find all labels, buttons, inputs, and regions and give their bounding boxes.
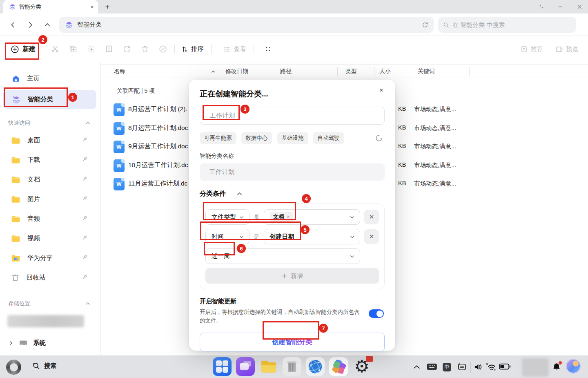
file-name: 9月运营工作计划.doc bbox=[128, 142, 188, 151]
search-box[interactable] bbox=[438, 17, 576, 33]
condition-is-label: 是 bbox=[254, 213, 260, 221]
tag-chip[interactable]: 数据中心 bbox=[241, 132, 272, 144]
column-name[interactable]: 名称 bbox=[114, 68, 125, 75]
add-condition-button[interactable]: 新增 bbox=[205, 268, 379, 284]
desktop: { "window": { "tab_title": "智能分类", "clos… bbox=[0, 0, 588, 378]
collapse-icon[interactable] bbox=[85, 301, 91, 306]
sort-asc-icon[interactable] bbox=[211, 69, 216, 74]
tag-chip[interactable]: 基础设施 bbox=[277, 132, 308, 144]
restore-window-icon[interactable] bbox=[539, 4, 544, 9]
toolbar-divider bbox=[211, 45, 212, 54]
sidebar-item-desktop[interactable]: 桌面 bbox=[0, 130, 100, 150]
condition-is-label: 是 bbox=[254, 233, 260, 241]
condition-field-select[interactable]: 文件类型 bbox=[205, 209, 249, 225]
minimize-icon[interactable] bbox=[558, 4, 563, 9]
sidebar-item-system-drive[interactable]: 系统 bbox=[16, 338, 100, 348]
new-button[interactable]: 新建 bbox=[11, 45, 36, 54]
column-type[interactable]: 类型 bbox=[345, 68, 357, 75]
sidebar-item-home[interactable]: 主页 bbox=[0, 70, 100, 87]
close-window-icon[interactable] bbox=[577, 4, 582, 9]
chevron-down-icon bbox=[350, 215, 355, 220]
sidebar-item-smart-category[interactable]: 智能分类 bbox=[3, 90, 96, 109]
file-keywords: 市场动态,满意... bbox=[414, 143, 456, 150]
sidebar-item-audio[interactable]: 音频 bbox=[0, 209, 100, 228]
tray-expand-icon[interactable] bbox=[413, 365, 420, 369]
system-tray: 中 6 bbox=[0, 356, 588, 378]
chip-remove-icon[interactable]: × bbox=[287, 214, 290, 220]
column-size[interactable]: 大小 bbox=[379, 68, 391, 75]
sidebar-item-pictures[interactable]: 图片 bbox=[0, 189, 100, 209]
dialog-close-icon[interactable]: × bbox=[376, 86, 386, 96]
collapse-icon[interactable] bbox=[85, 120, 91, 126]
input-method-icon[interactable]: 中 bbox=[443, 363, 451, 371]
condition-row-1: 文件类型 是 文档 × ✕ bbox=[205, 209, 379, 225]
condition-value-select[interactable]: 文档 × bbox=[264, 209, 361, 225]
file-name: 8月运营工作计划.doc bbox=[128, 124, 188, 132]
tag-chip[interactable]: 可再生能源 bbox=[200, 132, 236, 144]
tab-close-icon[interactable]: × bbox=[90, 3, 94, 10]
assistant-icon[interactable] bbox=[566, 359, 581, 374]
category-name-input[interactable]: 工作计划 bbox=[200, 163, 385, 181]
tab-smart-category[interactable]: 智能分类 × bbox=[3, 0, 98, 13]
layout-grid-button[interactable] bbox=[265, 46, 271, 52]
pin-icon[interactable] bbox=[81, 175, 88, 182]
time-range-select[interactable]: 近一周 bbox=[205, 248, 360, 264]
column-keywords[interactable]: 关键词 bbox=[418, 68, 435, 75]
wifi6-icon[interactable]: 6 bbox=[486, 362, 497, 371]
annotation-step-1: 1 bbox=[68, 93, 77, 102]
address-bar[interactable]: 智能分类 bbox=[59, 17, 434, 33]
tag-chip[interactable]: 自动驾驶 bbox=[313, 132, 344, 144]
sort-icon bbox=[181, 46, 188, 53]
sort-button[interactable]: 排序 bbox=[181, 45, 204, 54]
smart-update-toggle[interactable] bbox=[369, 309, 384, 318]
search-input[interactable] bbox=[452, 21, 571, 28]
battery-icon[interactable] bbox=[499, 363, 511, 370]
up-button[interactable] bbox=[42, 20, 52, 30]
new-tab-button[interactable]: + bbox=[102, 2, 113, 12]
pin-icon[interactable] bbox=[81, 254, 88, 261]
column-divider bbox=[337, 67, 338, 76]
condition-field-select[interactable]: 时间 bbox=[205, 229, 249, 244]
column-modified[interactable]: 修改日期 bbox=[225, 68, 248, 75]
storage-header[interactable]: 存储位置 bbox=[0, 296, 100, 311]
chevron-down-icon bbox=[350, 254, 355, 259]
forward-button[interactable] bbox=[25, 20, 35, 30]
quick-access-header[interactable]: 快速访问 bbox=[0, 116, 100, 130]
pin-icon[interactable] bbox=[81, 234, 88, 241]
folder-icon bbox=[11, 194, 21, 204]
condition-value-select[interactable]: 创建日期 bbox=[264, 229, 361, 244]
sidebar-item-documents[interactable]: 文档 bbox=[0, 170, 100, 189]
remove-condition-button[interactable]: ✕ bbox=[364, 210, 379, 224]
back-button[interactable] bbox=[8, 20, 18, 30]
sidebar-item-downloads[interactable]: 下载 bbox=[0, 150, 100, 170]
selected-value-chip[interactable]: 文档 × bbox=[270, 212, 293, 222]
notifications-bell[interactable] bbox=[552, 362, 561, 371]
sidebar-item-videos[interactable]: 视频 bbox=[0, 228, 100, 248]
clipboard-suggest-icon[interactable] bbox=[457, 362, 467, 371]
keyword-input[interactable]: 工作计划 bbox=[200, 107, 385, 125]
notification-dot bbox=[559, 361, 562, 365]
pin-icon[interactable] bbox=[81, 195, 88, 202]
create-smart-category-button[interactable]: 创建智能分类 bbox=[200, 333, 385, 351]
sidebar-item-recycle-bin[interactable]: 回收站 bbox=[0, 268, 100, 287]
create-smart-category-dialog: 正在创建智能分类... × 工作计划 可再生能源 数据中心 基础设施 自动驾驶 … bbox=[189, 80, 395, 351]
redacted-device-name bbox=[7, 315, 84, 327]
sidebar-item-huawei-share[interactable]: 华为分享 bbox=[0, 248, 100, 268]
pin-icon[interactable] bbox=[81, 215, 88, 221]
collapse-icon[interactable] bbox=[236, 191, 243, 197]
new-button-label: 新建 bbox=[22, 45, 36, 54]
pin-icon[interactable] bbox=[81, 156, 88, 163]
pin-icon[interactable] bbox=[81, 136, 88, 143]
sidebar-item-label: 桌面 bbox=[27, 136, 40, 145]
conditions-label: 分类条件 bbox=[200, 190, 226, 198]
remove-condition-button[interactable]: ✕ bbox=[364, 229, 379, 244]
refresh-icon[interactable] bbox=[421, 21, 429, 29]
pin-icon[interactable] bbox=[81, 273, 88, 280]
sidebar-item-label: 下载 bbox=[27, 156, 40, 164]
volume-icon[interactable] bbox=[474, 363, 483, 371]
column-divider bbox=[469, 67, 470, 76]
file-keywords: 市场动态,满意... bbox=[414, 105, 456, 113]
expand-icon[interactable] bbox=[8, 340, 13, 346]
column-path[interactable]: 路径 bbox=[280, 68, 292, 75]
keyboard-icon[interactable] bbox=[426, 362, 437, 371]
